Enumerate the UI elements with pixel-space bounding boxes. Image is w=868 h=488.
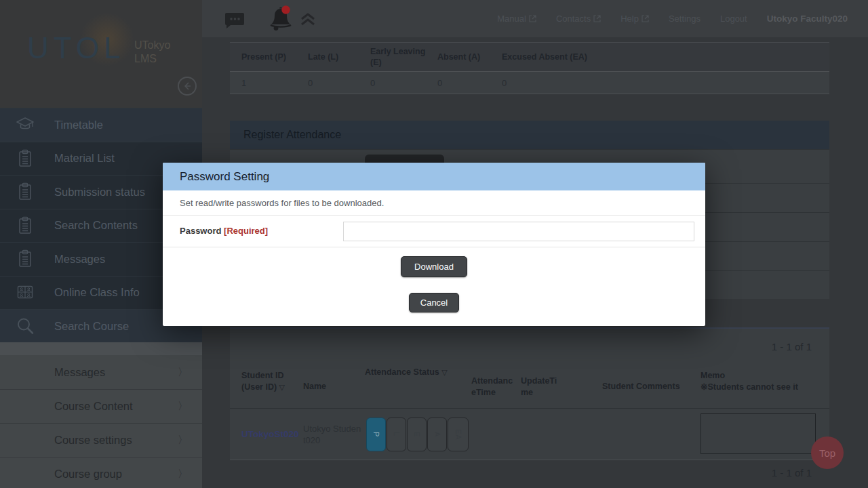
- sidebar-item-label: Submission status: [54, 186, 145, 199]
- register-attendance-header: Register Attendance: [230, 121, 829, 149]
- section-title: Register Attendance: [243, 129, 341, 141]
- logout-link[interactable]: Logout: [720, 14, 747, 24]
- column-header-student-comments: Student Comments: [602, 381, 697, 392]
- modal-buttons: Download Cancel: [163, 247, 705, 312]
- link-label: Help: [620, 14, 639, 24]
- back-arrow-icon: [182, 81, 192, 91]
- contacts-link[interactable]: Contacts: [556, 14, 601, 24]
- external-link-icon: [529, 15, 536, 22]
- external-link-icon: [593, 15, 601, 22]
- column-header-label: Student ID (User ID): [241, 371, 284, 392]
- video-grid-people-icon: [15, 283, 35, 303]
- column-header-memo: Memo ※Students cannot see it: [701, 370, 826, 393]
- sidebar-item-label: Timetable: [54, 119, 103, 131]
- sidebar-item-label: Course group: [54, 468, 122, 481]
- sidebar-item-course-settings[interactable]: Course settings 〉: [0, 423, 202, 457]
- required-badge: [Required]: [224, 226, 268, 236]
- sidebar-item-course-content[interactable]: Course Content 〉: [0, 389, 202, 423]
- memo-textarea[interactable]: [701, 413, 816, 454]
- sidebar-item-course-group[interactable]: Course group 〉: [0, 457, 202, 488]
- sidebar-collapse-button[interactable]: [178, 77, 197, 96]
- summary-value-excused-absent: 0: [490, 72, 829, 94]
- summary-header-absent: Absent (A): [426, 43, 490, 71]
- modal-title: Password Setting: [180, 170, 269, 184]
- sidebar-item-label: Course settings: [54, 434, 132, 447]
- column-header-update-time: UpdateTime: [521, 375, 564, 399]
- summary-header-present: Present (P): [230, 43, 296, 71]
- summary-value-late: 0: [296, 72, 359, 94]
- sidebar-item-label: Course Content: [54, 400, 133, 413]
- cancel-button[interactable]: Cancel: [409, 293, 459, 312]
- attendance-table-panel: 1 - 1 of 1 Student ID (User ID) ▽ Name A…: [230, 327, 829, 460]
- status-letter: EA: [454, 429, 462, 441]
- external-link-icon: [642, 15, 649, 22]
- chevron-right-icon: 〉: [178, 400, 188, 413]
- status-button-late[interactable]: L: [387, 418, 406, 451]
- password-field-row: Password [Required]: [163, 216, 705, 247]
- student-id-link[interactable]: UTokyoSt020: [241, 429, 299, 439]
- scroll-to-top-button[interactable]: Top: [811, 436, 844, 469]
- topbar-links: Manual Contacts Help Settings Logout Uto…: [497, 0, 868, 37]
- summary-header-row: Present (P) Late (L) Early Leaving (E) A…: [230, 43, 829, 72]
- status-letter: A: [433, 432, 441, 437]
- status-button-early-leaving[interactable]: E: [407, 418, 427, 451]
- logo-sub-line1: UTokyo: [134, 39, 170, 52]
- password-label: Password: [180, 226, 221, 236]
- column-header-label: AttendanceTime: [471, 376, 513, 397]
- messages-bubble-icon[interactable]: [224, 11, 245, 30]
- column-header-label: Name: [303, 382, 326, 391]
- notifications-bell-icon[interactable]: [268, 5, 294, 33]
- column-header-label: UpdateTime: [521, 376, 557, 397]
- password-input[interactable]: [343, 222, 694, 241]
- password-label-wrap: Password [Required]: [180, 226, 268, 236]
- help-link[interactable]: Help: [620, 14, 649, 24]
- sidebar-item-label: Search Contents: [54, 219, 138, 232]
- summary-header-early-leaving: Early Leaving (E): [359, 43, 426, 71]
- status-button-excused-absent[interactable]: EA: [448, 418, 469, 451]
- logo-area: UTOL UTokyo LMS: [0, 0, 202, 108]
- modal-header: Password Setting: [163, 163, 705, 190]
- status-letter: E: [413, 432, 421, 437]
- status-button-absent[interactable]: A: [427, 418, 447, 451]
- collapse-topbar-chevrons-icon[interactable]: [299, 12, 317, 27]
- logo-sub-line2: LMS: [134, 52, 170, 66]
- link-label: Settings: [669, 14, 701, 24]
- modal-description: Set read/write passwords for files to be…: [163, 190, 705, 216]
- summary-value-absent: 0: [426, 72, 490, 94]
- current-user-name: Utokyo Faculty020: [767, 14, 848, 24]
- top-button-label: Top: [819, 447, 835, 459]
- sidebar-item-label: Material List: [54, 152, 115, 165]
- summary-value-early-leaving: 0: [359, 72, 426, 94]
- sidebar-item-course-messages[interactable]: Messages 〉: [0, 355, 202, 389]
- column-header-attendance-status[interactable]: Attendance Status ▽: [365, 367, 480, 378]
- topbar: Manual Contacts Help Settings Logout Uto…: [202, 0, 868, 37]
- clipboard-list-icon: [15, 216, 35, 236]
- column-header-note: ※Students cannot see it: [701, 382, 826, 393]
- pagination-label: 1 - 1 of 1: [772, 467, 812, 479]
- column-header-name: Name: [303, 381, 361, 392]
- sort-icon[interactable]: ▽: [441, 368, 447, 376]
- summary-value-present: 1: [230, 72, 296, 94]
- attendance-summary-table: Present (P) Late (L) Early Leaving (E) A…: [230, 42, 829, 94]
- chevron-right-icon: 〉: [178, 366, 188, 379]
- column-header-label: Memo: [701, 370, 826, 382]
- column-header-student-id[interactable]: Student ID (User ID) ▽: [241, 370, 305, 393]
- sidebar-item-label: Search Course: [54, 320, 129, 333]
- chevron-right-icon: 〉: [178, 468, 188, 481]
- summary-header-excused-absent: Excused Absent (EA): [490, 43, 829, 71]
- column-header-attendance-time: AttendanceTime: [471, 375, 515, 399]
- clipboard-list-icon: [15, 182, 35, 202]
- chevron-right-icon: 〉: [178, 434, 188, 447]
- sidebar-course-menu-top: [0, 342, 202, 355]
- link-label: Logout: [720, 14, 747, 24]
- status-button-present[interactable]: P: [366, 418, 386, 451]
- download-button[interactable]: Download: [401, 256, 467, 277]
- sidebar-item-label: Online Class Info: [54, 286, 140, 299]
- clipboard-list-icon: [15, 249, 35, 269]
- sidebar-item-timetable[interactable]: Timetable: [0, 108, 202, 142]
- settings-link[interactable]: Settings: [669, 14, 701, 24]
- manual-link[interactable]: Manual: [497, 14, 536, 24]
- sort-icon[interactable]: ▽: [279, 383, 285, 391]
- status-letter: P: [372, 432, 380, 437]
- clipboard-list-icon: [15, 148, 35, 169]
